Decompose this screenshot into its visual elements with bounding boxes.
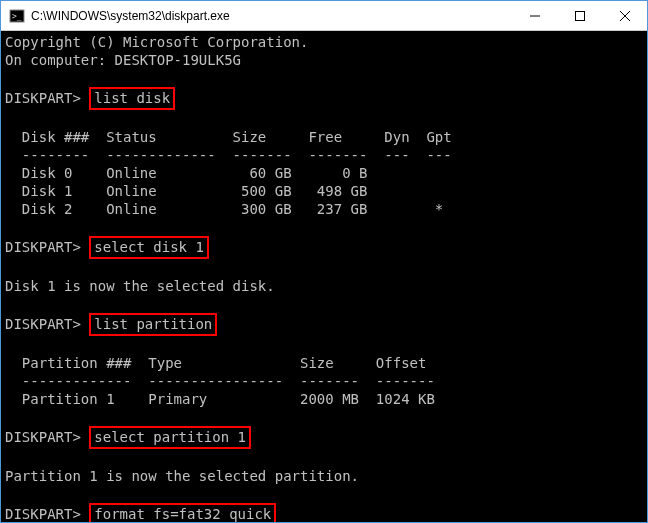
svg-text:>_: >_ (12, 12, 22, 21)
minimize-button[interactable] (512, 1, 557, 30)
disk-row-1: Disk 1 Online 500 GB 498 GB (5, 183, 367, 199)
copyright-line: Copyright (C) Microsoft Corporation. (5, 34, 308, 50)
prompt: DISKPART> (5, 90, 81, 106)
svg-rect-3 (575, 11, 584, 20)
cmd-list-partition: list partition (89, 313, 217, 336)
cmd-select-disk: select disk 1 (89, 236, 209, 259)
cmd-format: format fs=fat32 quick (89, 503, 276, 522)
maximize-button[interactable] (557, 1, 602, 30)
prompt: DISKPART> (5, 506, 81, 522)
cmd-select-partition: select partition 1 (89, 426, 251, 449)
partition-table-divider: ------------- ---------------- ------- -… (5, 373, 435, 389)
prompt: DISKPART> (5, 239, 81, 255)
prompt: DISKPART> (5, 429, 81, 445)
console-output[interactable]: Copyright (C) Microsoft Corporation. On … (1, 31, 647, 522)
window-controls (512, 1, 647, 30)
cmd-list-disk: list disk (89, 87, 175, 110)
window-title: C:\WINDOWS\system32\diskpart.exe (31, 9, 512, 23)
partition-row-0: Partition 1 Primary 2000 MB 1024 KB (5, 391, 435, 407)
disk-row-0: Disk 0 Online 60 GB 0 B (5, 165, 367, 181)
close-button[interactable] (602, 1, 647, 30)
msg-disk-selected: Disk 1 is now the selected disk. (5, 278, 275, 294)
disk-table-header: Disk ### Status Size Free Dyn Gpt (5, 129, 452, 145)
console-window: >_ C:\WINDOWS\system32\diskpart.exe Copy… (0, 0, 648, 523)
computer-label: On computer: (5, 52, 115, 68)
partition-table-header: Partition ### Type Size Offset (5, 355, 426, 371)
titlebar[interactable]: >_ C:\WINDOWS\system32\diskpart.exe (1, 1, 647, 31)
disk-table-divider: -------- ------------- ------- ------- -… (5, 147, 452, 163)
computer-name: DESKTOP-19ULK5G (115, 52, 241, 68)
msg-partition-selected: Partition 1 is now the selected partitio… (5, 468, 359, 484)
prompt: DISKPART> (5, 316, 81, 332)
app-icon: >_ (9, 8, 25, 24)
disk-row-2: Disk 2 Online 300 GB 237 GB * (5, 201, 443, 217)
